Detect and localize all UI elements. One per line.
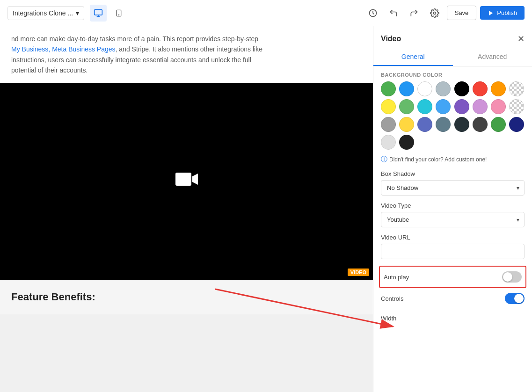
box-shadow-group: Box Shadow No Shadow Small Shadow Medium… [381,170,525,196]
video-block[interactable]: VIDEO [0,83,373,280]
width-group: Width [381,315,525,322]
chevron-down-icon: ▾ [76,9,79,17]
controls-row: Controls [381,288,525,309]
color-swatch-lightgray2[interactable] [381,135,396,150]
color-swatch-lavender[interactable] [473,99,488,114]
panel-title: Video [381,35,401,43]
color-swatch-skyblue[interactable] [436,99,451,114]
box-shadow-label: Box Shadow [381,170,525,177]
right-panel: Video ✕ General Advanced BACKGROUND COLO… [373,26,532,392]
top-bar: Integrations Clone ... ▾ Save Publish [0,0,532,26]
color-swatch-purple[interactable] [454,99,469,114]
svg-point-4 [119,15,119,15]
color-swatch-darkgray[interactable] [473,117,488,132]
publish-button[interactable]: Publish [480,6,525,20]
svg-point-6 [433,12,436,14]
video-label: VIDEO [348,269,369,276]
controls-toggle[interactable] [505,293,525,304]
svg-marker-7 [489,10,493,15]
video-url-group: Video URL [381,234,525,259]
color-swatch-blue[interactable] [399,81,414,96]
color-swatch-red[interactable] [473,81,488,96]
width-label: Width [381,315,525,322]
save-button[interactable]: Save [447,6,477,20]
top-bar-left: Integrations Clone ... ▾ [7,5,127,22]
desktop-view-button[interactable] [90,5,107,22]
autoplay-label: Auto play [384,274,409,281]
autoplay-toggle-knob [503,272,512,282]
panel-tabs: General Advanced [373,48,532,66]
color-swatch-white[interactable] [417,81,432,96]
color-hint: ⓘ Didn't find your color? Add custom one… [381,155,525,164]
bg-color-section-label: BACKGROUND COLOR [381,72,525,78]
color-swatch-darkblue[interactable] [454,117,469,132]
video-url-input[interactable] [381,244,525,259]
main-area: nd more can make day-to-day tasks more o… [0,26,532,392]
svg-rect-8 [175,173,191,186]
canvas-content: nd more can make day-to-day tasks more o… [0,26,373,314]
video-url-label: Video URL [381,234,525,241]
info-icon: ⓘ [381,155,387,164]
color-swatch-navy[interactable] [509,117,524,132]
video-type-label: Video Type [381,202,525,209]
color-swatch-steelblue[interactable] [436,117,451,132]
video-type-group: Video Type Youtube Vimeo Custom URL ▾ [381,202,525,227]
feature-title: Feature Benefits: [11,291,362,303]
device-icons [90,5,127,22]
tab-general[interactable]: General [373,48,453,66]
color-swatch-yellow[interactable] [381,99,396,114]
video-type-select-wrapper[interactable]: Youtube Vimeo Custom URL ▾ [381,212,525,227]
history-button[interactable] [364,5,381,22]
feature-section: Feature Benefits: [0,280,373,314]
project-name-label: Integrations Clone ... [13,9,73,17]
svg-marker-9 [192,174,198,185]
color-swatch-nearblack[interactable] [399,135,414,150]
close-panel-button[interactable]: ✕ [517,34,525,44]
canvas-area[interactable]: nd more can make day-to-day tasks more o… [0,26,373,314]
color-swatch-mint[interactable] [399,99,414,114]
color-swatch-pink[interactable] [491,99,506,114]
color-swatch-green[interactable] [381,81,396,96]
video-type-select[interactable]: Youtube Vimeo Custom URL [381,212,524,227]
autoplay-toggle[interactable] [502,271,522,283]
box-shadow-select[interactable]: No Shadow Small Shadow Medium Shadow Lar… [381,181,524,195]
top-bar-right: Save Publish [364,5,525,22]
color-swatch-gray[interactable] [381,117,396,132]
publish-label: Publish [497,9,517,16]
panel-body: BACKGROUND COLOR [373,66,532,392]
video-icon [175,171,198,192]
project-name-dropdown[interactable]: Integrations Clone ... ▾ [7,6,84,20]
intro-text: nd more can make day-to-day tasks more o… [11,34,362,76]
panel-header: Video ✕ [373,26,532,48]
text-section: nd more can make day-to-day tasks more o… [0,26,373,83]
color-swatch-orange[interactable] [491,81,506,96]
highlight-text: My Business, Meta Business Pages [11,45,116,53]
color-swatch-transparent2[interactable] [509,99,524,114]
color-swatch-gold[interactable] [399,117,414,132]
color-swatch-lightgray[interactable] [436,81,451,96]
mobile-view-button[interactable] [110,5,127,22]
color-swatch-cyan[interactable] [417,99,432,114]
color-swatch-transparent[interactable] [509,81,524,96]
color-swatch-black[interactable] [454,81,469,96]
redo-button[interactable] [406,5,423,22]
color-swatch-darkgreen[interactable] [491,117,506,132]
tab-advanced[interactable]: Advanced [453,48,532,66]
canvas-wrapper: nd more can make day-to-day tasks more o… [0,26,373,392]
svg-rect-0 [95,9,102,15]
controls-toggle-knob [514,294,524,303]
controls-label: Controls [381,295,403,302]
undo-button[interactable] [385,5,402,22]
settings-button[interactable] [426,5,443,22]
autoplay-row: Auto play [379,266,526,288]
color-grid [381,81,525,150]
color-swatch-indigo[interactable] [417,117,432,132]
color-hint-text: Didn't find your color? Add custom one! [389,156,487,163]
box-shadow-select-wrapper[interactable]: No Shadow Small Shadow Medium Shadow Lar… [381,180,525,196]
